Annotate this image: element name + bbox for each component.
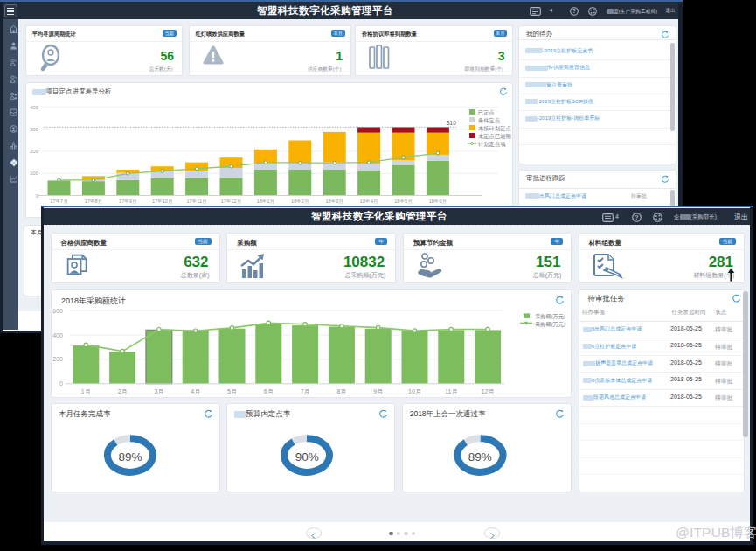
svg-text:18年5月: 18年5月 <box>394 199 413 205</box>
svg-text:200: 200 <box>52 356 63 362</box>
svg-text:2月: 2月 <box>118 388 128 395</box>
svg-text:310: 310 <box>447 120 456 126</box>
svg-text:8月: 8月 <box>336 388 346 395</box>
svg-text:7月: 7月 <box>301 388 310 395</box>
svg-text:?: ? <box>635 214 638 221</box>
svg-text:18年4月: 18年4月 <box>359 199 378 205</box>
svg-text:18年3月: 18年3月 <box>325 199 343 205</box>
svg-text:采购额(万元): 采购额(万元) <box>535 313 565 320</box>
svg-text:17年11月: 17年11月 <box>186 199 206 205</box>
svg-text:1月: 1月 <box>81 388 91 395</box>
svg-text:12月: 12月 <box>482 388 495 395</box>
svg-text:200: 200 <box>29 149 38 154</box>
svg-text:17年9月: 17年9月 <box>119 199 137 205</box>
svg-text:18年6月: 18年6月 <box>428 199 447 205</box>
svg-text:400: 400 <box>52 332 63 338</box>
svg-text:11月: 11月 <box>445 388 457 395</box>
svg-text:6月: 6月 <box>264 388 274 395</box>
svg-text:9月: 9月 <box>373 388 383 395</box>
svg-text:4月: 4月 <box>191 388 200 395</box>
svg-text:采购额(万元): 采购额(万元) <box>535 321 565 328</box>
svg-text:计划定点项: 计划定点项 <box>478 141 506 148</box>
svg-text:10月: 10月 <box>408 388 421 395</box>
svg-text:0: 0 <box>59 380 63 387</box>
svg-text:17年7月: 17年7月 <box>50 199 68 205</box>
svg-text:17年12月: 17年12月 <box>220 199 241 205</box>
svg-text:17年10月: 17年10月 <box>151 199 172 205</box>
svg-text:300: 300 <box>29 127 38 132</box>
svg-text:未按计划定点: 未按计划定点 <box>478 125 511 132</box>
svg-text:100: 100 <box>29 171 38 176</box>
svg-text:未定点已逾期: 未定点已逾期 <box>478 133 511 140</box>
svg-text:?: ? <box>572 8 576 14</box>
svg-text:18年1月: 18年1月 <box>256 199 274 205</box>
svg-text:400: 400 <box>29 105 38 110</box>
svg-text:已定点: 已定点 <box>478 109 495 116</box>
svg-text:3月: 3月 <box>154 388 163 395</box>
svg-text:18年2月: 18年2月 <box>291 199 309 205</box>
svg-text:5月: 5月 <box>227 388 237 395</box>
svg-text:600: 600 <box>52 308 63 314</box>
svg-text:条件定点: 条件定点 <box>478 117 500 124</box>
svg-text:17年8月: 17年8月 <box>84 199 102 205</box>
